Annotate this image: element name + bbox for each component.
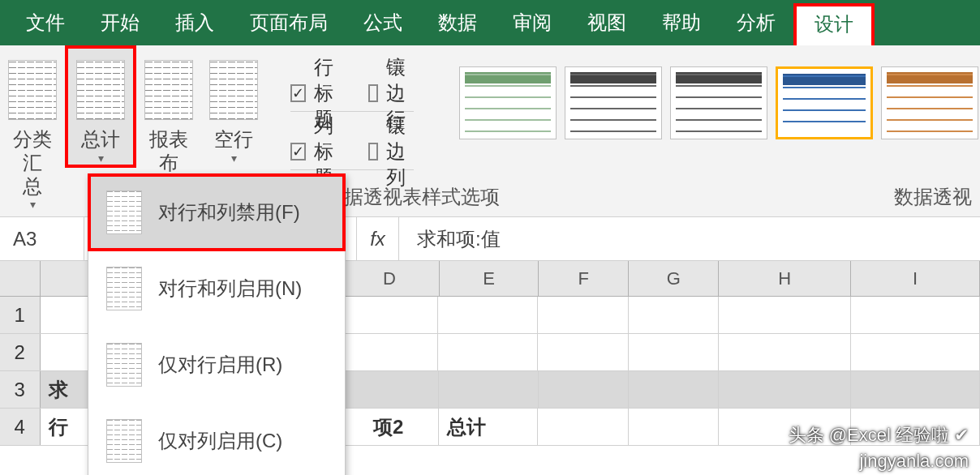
watermark-top: 头条 @Excel 经验啦 ✔ bbox=[789, 423, 969, 447]
select-all-corner[interactable] bbox=[0, 261, 41, 296]
blankrows-button[interactable]: 空行 ▾ bbox=[201, 45, 266, 165]
row-header[interactable]: 1 bbox=[0, 297, 41, 333]
cell[interactable] bbox=[629, 371, 719, 408]
grandtotal-label: 总计 bbox=[81, 128, 120, 152]
cell[interactable]: 行 bbox=[41, 409, 84, 445]
cell[interactable] bbox=[851, 297, 980, 333]
cell[interactable] bbox=[719, 371, 851, 408]
cell[interactable] bbox=[851, 371, 980, 408]
row-header[interactable]: 4 bbox=[0, 409, 41, 445]
tab-help[interactable]: 帮助 bbox=[644, 0, 719, 45]
column-header[interactable]: I bbox=[851, 261, 980, 296]
tab-insert[interactable]: 插入 bbox=[157, 0, 232, 45]
column-header[interactable]: H bbox=[719, 261, 851, 296]
column-header[interactable]: G bbox=[629, 261, 719, 296]
fx-label[interactable]: fx bbox=[357, 217, 399, 260]
chevron-down-icon: ▾ bbox=[30, 198, 36, 211]
blankrows-label: 空行 bbox=[214, 128, 253, 152]
menu-item-icon bbox=[106, 419, 142, 463]
style-options-group: ✓ 行标题 镶边行 ✓ 列标题 镶边列 bbox=[266, 45, 435, 170]
ribbon-tabbar: 文件 开始 插入 页面布局 公式 数据 审阅 视图 帮助 分析 设计 bbox=[0, 0, 980, 45]
cell[interactable] bbox=[539, 371, 629, 408]
cell[interactable] bbox=[629, 334, 719, 370]
cell[interactable] bbox=[719, 297, 851, 333]
watermark-bottom: jingyanla.com bbox=[859, 451, 969, 472]
tab-formulas[interactable]: 公式 bbox=[346, 0, 420, 45]
menu-item-on-rows-cols[interactable]: 对行和列启用(N) bbox=[88, 250, 345, 327]
cell[interactable] bbox=[338, 297, 438, 333]
checkbox-icon bbox=[368, 143, 378, 160]
style-swatch[interactable] bbox=[881, 66, 978, 139]
banded-cols-checkbox[interactable]: 镶边列 bbox=[368, 113, 414, 190]
chevron-down-icon: ▾ bbox=[231, 152, 237, 165]
cell[interactable] bbox=[719, 334, 851, 370]
styles-gallery-section-label: 数据透视 bbox=[894, 184, 972, 210]
name-box[interactable]: A3 bbox=[0, 217, 84, 260]
tab-review[interactable]: 审阅 bbox=[495, 0, 570, 45]
column-header[interactable]: F bbox=[539, 261, 629, 296]
subtotal-icon bbox=[8, 60, 57, 120]
cell[interactable] bbox=[629, 409, 719, 445]
checkbox-icon bbox=[368, 84, 378, 102]
tab-data[interactable]: 数据 bbox=[420, 0, 495, 45]
cell[interactable] bbox=[538, 297, 628, 333]
menu-item-on-rows-only[interactable]: 仅对行启用(R) bbox=[88, 327, 345, 403]
style-swatch[interactable] bbox=[459, 66, 557, 139]
menu-item-label: 对行和列禁用(F) bbox=[158, 199, 300, 225]
cell[interactable]: 项2 bbox=[339, 409, 439, 445]
column-header[interactable]: E bbox=[440, 261, 539, 296]
cell[interactable] bbox=[438, 297, 538, 333]
pivottable-styles-gallery bbox=[435, 45, 980, 139]
style-swatch[interactable] bbox=[565, 66, 662, 139]
menu-item-off-rows-cols[interactable]: 对行和列禁用(F) bbox=[88, 173, 346, 251]
menu-item-icon bbox=[106, 190, 142, 234]
cell[interactable]: 总计 bbox=[439, 409, 539, 445]
reportlayout-icon bbox=[144, 60, 193, 120]
banded-cols-label: 镶边列 bbox=[386, 113, 414, 190]
menu-item-label: 对行和列启用(N) bbox=[158, 276, 302, 302]
style-swatch-selected[interactable] bbox=[776, 66, 873, 139]
chevron-down-icon: ▾ bbox=[98, 152, 104, 165]
grandtotal-button[interactable]: 总计 ▾ bbox=[65, 45, 136, 168]
tab-pagelayout[interactable]: 页面布局 bbox=[232, 0, 346, 45]
row-header[interactable]: 3 bbox=[0, 371, 41, 408]
style-swatch[interactable] bbox=[670, 66, 767, 139]
cell[interactable] bbox=[439, 371, 539, 408]
style-options-section-label: 数据透视表样式选项 bbox=[325, 184, 500, 210]
menu-item-icon bbox=[106, 343, 142, 387]
cell[interactable] bbox=[629, 297, 719, 333]
cell[interactable]: 求 bbox=[41, 371, 84, 408]
grandtotal-dropdown-menu: 对行和列禁用(F) 对行和列启用(N) 仅对行启用(R) 仅对列启用(C) bbox=[88, 173, 346, 475]
menu-item-label: 仅对列启用(C) bbox=[158, 428, 282, 454]
blankrows-icon bbox=[209, 60, 258, 120]
cell[interactable] bbox=[538, 409, 628, 445]
cell[interactable] bbox=[538, 334, 628, 370]
formula-value[interactable]: 求和项:值 bbox=[399, 217, 980, 260]
cell[interactable] bbox=[338, 334, 438, 370]
tab-home[interactable]: 开始 bbox=[83, 0, 157, 45]
cell[interactable] bbox=[851, 334, 980, 370]
tab-analyze[interactable]: 分析 bbox=[719, 0, 793, 45]
tab-file[interactable]: 文件 bbox=[8, 0, 83, 45]
cell[interactable] bbox=[339, 371, 439, 408]
grandtotal-icon bbox=[76, 60, 125, 120]
menu-item-label: 仅对行启用(R) bbox=[158, 352, 282, 378]
row-header[interactable]: 2 bbox=[0, 334, 41, 370]
menu-item-icon bbox=[106, 267, 142, 310]
cell[interactable] bbox=[438, 334, 538, 370]
column-header[interactable]: D bbox=[340, 261, 440, 296]
subtotal-button[interactable]: 分类汇 总 ▾ bbox=[0, 45, 65, 211]
checkbox-icon: ✓ bbox=[290, 143, 306, 160]
subtotal-label: 分类汇 总 bbox=[8, 128, 57, 198]
checkbox-icon: ✓ bbox=[290, 84, 306, 102]
tab-view[interactable]: 视图 bbox=[570, 0, 644, 45]
menu-item-on-cols-only[interactable]: 仅对列启用(C) bbox=[88, 403, 345, 475]
tab-design[interactable]: 设计 bbox=[793, 3, 875, 45]
